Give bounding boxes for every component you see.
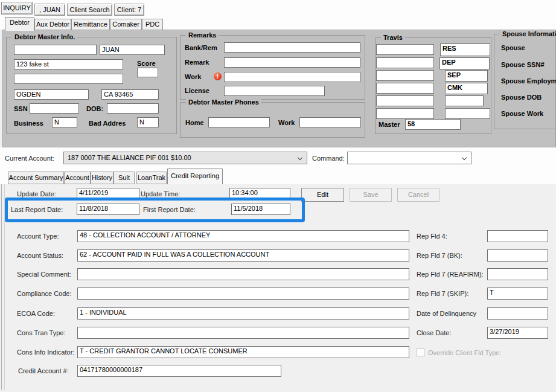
rep-fld-4-label: Rep Fld 4: [417,233,447,240]
tab-debtor[interactable]: Debtor [5,17,34,31]
account-type-label: Account Type: [17,233,59,240]
client-button[interactable]: Client: 7 [114,4,144,16]
ecoa-code-label: ECOA Code: [17,310,55,317]
chevron-down-icon [462,155,467,160]
collector-field-4[interactable] [376,83,434,94]
cmk-code-input[interactable]: CMK [445,83,488,94]
close-date-input[interactable]: 3/27/2019 [487,327,548,339]
collector-field-1[interactable] [376,44,434,55]
current-account-value: 187 0007 THE ALLIANCE PIF 001 $10.00 [68,154,191,161]
close-date-label: Close Date: [417,329,451,336]
remark-label: Remark [185,59,209,66]
collector-field-2[interactable] [376,57,434,68]
cons-info-indicator-label: Cons Info Indicator: [17,349,74,356]
tab-credit-reporting[interactable]: Credit Reporting [167,169,223,184]
command-dropdown[interactable] [347,152,471,164]
ecoa-code-input[interactable]: 1 - INDIVIDUAL [77,307,409,320]
rep-fld-7-reafirm-label: Rep Fld 7 (REAFIRM): [417,271,484,278]
business-label: Business [14,120,43,127]
special-comment-label: Special Comment: [17,271,71,278]
dob-input[interactable] [107,103,159,114]
code-field-6[interactable] [445,108,490,119]
tab-remittance[interactable]: Remittance [71,19,110,30]
code-field-5[interactable] [445,95,484,106]
date-of-delinquency-input[interactable] [487,307,548,320]
dob-label: DOB: [86,105,103,112]
state-zip-input[interactable]: CA 93465 [101,89,159,100]
tab-history[interactable]: History [91,172,113,184]
debtor-master-info-title: Debtor Master Info. [12,33,77,40]
tab-pdc[interactable]: PDC [142,19,163,30]
compliance-code-label: Compliance Code: [17,290,72,297]
remark-input[interactable] [224,57,360,68]
tab-loantrak[interactable]: LoanTrak [136,172,167,184]
credit-account-number-label: Credit Account #: [18,367,69,374]
first-report-date-input[interactable]: 11/5/2018 [231,204,290,215]
master-label: Master [379,121,400,128]
cons-info-indicator-input[interactable]: T - CREDIT GRANTOR CANNOT LOCATE CONSUME… [77,346,409,358]
client-search-button[interactable]: Client Search [67,4,112,16]
remarks-title: Remarks [186,31,219,39]
tab-account-summary[interactable]: Account Summary [8,172,64,184]
collector-group-title: Travis [381,34,405,41]
spouse-ssn-label: Spouse SSN# [501,61,545,68]
save-button[interactable]: Save [350,188,392,202]
phones-title: Debtor Master Phones [186,98,261,106]
rep-fld-7-reafirm-input[interactable] [487,268,548,280]
home-phone-input[interactable] [208,117,270,127]
rep-fld-7-bk-input[interactable] [487,249,548,262]
res-code-input[interactable]: RES [440,43,490,56]
tab-suit[interactable]: Suit [113,172,135,184]
tab-comaker[interactable]: Comaker [110,19,142,30]
business-input[interactable]: N [52,117,77,127]
last-name-input[interactable] [14,45,97,55]
city-input[interactable]: OGDEN [14,89,89,100]
collector-field-6[interactable] [376,108,434,119]
cons-tran-type-label: Cons Tran Type: [17,329,66,336]
account-status-label: Account Status: [17,252,63,259]
ssn-input[interactable] [30,103,79,114]
debtor-name-button[interactable]: , JUAN [34,4,65,16]
license-input[interactable] [224,86,325,96]
cancel-button[interactable]: Cancel [397,188,439,202]
rep-fld-4-input[interactable] [487,230,548,242]
bank-rem-input[interactable] [224,42,360,53]
sep-code-input[interactable]: SEP [445,70,488,82]
spouse-employment-label: Spouse Employment [501,77,556,85]
collector-field-3[interactable] [376,70,434,81]
last-report-date-input[interactable]: 11/8/2018 [77,204,139,215]
override-client-fld-type-checkbox[interactable] [417,349,424,356]
edit-button[interactable]: Edit [301,188,344,202]
work-phone-input[interactable] [299,117,361,127]
spouse-group-title: Spouse Information [500,30,556,37]
work-remark-input[interactable] [224,72,360,82]
address2-input[interactable] [14,74,123,84]
home-phone-label: Home [185,119,204,126]
account-type-input[interactable]: 48 - COLLECTION ACCOUNT / ATTORNEY [77,230,409,242]
inquiry-button[interactable]: INQUIRY [1,2,33,14]
collector-field-5[interactable] [376,95,434,106]
rep-fld-7-skip-label: Rep Fld 7 (SKIP): [417,290,468,297]
current-account-label: Current Account: [5,155,54,162]
credit-account-number-input[interactable]: 04171780000000187 [77,365,281,377]
current-account-dropdown[interactable]: 187 0007 THE ALLIANCE PIF 001 $10.00 [63,152,307,164]
account-status-input[interactable]: 62 - ACCOUNT PAID IN FULL WAS A COLLECTI… [77,249,409,262]
compliance-code-input[interactable] [77,288,409,300]
spouse-work-label: Spouse Work [501,110,543,117]
score-input[interactable] [137,68,158,77]
tab-account[interactable]: Account [64,172,91,184]
work-remark-label: Work [185,73,201,80]
dep-code-input[interactable]: DEP [439,57,490,69]
rep-fld-7-skip-input[interactable]: T [487,288,548,300]
address1-input[interactable]: 123 fake st [14,59,123,69]
bad-address-input[interactable]: N [137,117,159,127]
special-comment-input[interactable] [77,268,409,280]
cons-tran-type-input[interactable] [77,327,409,339]
tab-aux-debtor[interactable]: Aux Debtor [34,19,71,30]
bank-rem-label: Bank/Rem [185,44,217,51]
work-phone-label: Work [278,119,295,126]
bad-address-label: Bad Addres [89,120,126,127]
first-name-input[interactable]: JUAN [100,45,165,55]
master-input[interactable]: 58 [405,119,461,130]
spouse-dob-label: Spouse DOB [501,94,542,101]
